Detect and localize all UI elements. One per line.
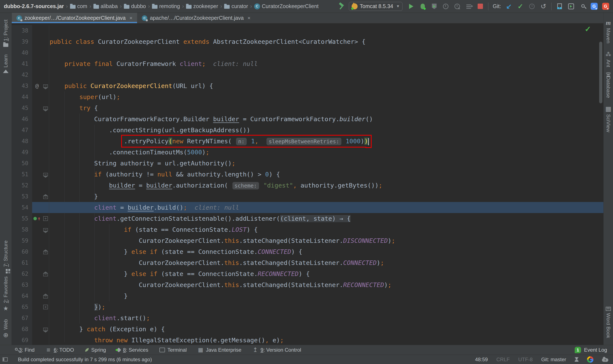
code-text[interactable]: if (state == ConnectionState.LOST) { — [49, 224, 258, 235]
line-number[interactable]: 55 — [12, 213, 32, 224]
line-number[interactable]: 69 — [12, 335, 32, 345]
fold-marker-icon[interactable] — [43, 251, 48, 254]
toolwindow-toggle-icon[interactable] — [2, 357, 8, 362]
line-number[interactable]: 52 — [12, 180, 32, 191]
tool-stripe-item-maven[interactable]: Maven — [605, 16, 612, 47]
line-number[interactable]: 51 — [12, 169, 32, 180]
code-text[interactable]: private final CuratorFramework client; c… — [49, 58, 258, 69]
toolwindow-button-todo[interactable]: 6: TODO — [46, 347, 74, 353]
tool-stripe-item-project[interactable]: 1: Project — [3, 16, 9, 51]
code-text[interactable]: } catch (Exception e) { — [49, 324, 165, 335]
line-number[interactable]: 39 — [12, 36, 32, 47]
translate-alt-button[interactable]: G — [602, 3, 609, 10]
git-rollback-button[interactable]: ↺ — [540, 3, 547, 10]
line-number[interactable]: 45 — [12, 103, 32, 114]
run-coverage-button[interactable] — [431, 3, 438, 10]
run-configuration-select[interactable]: Tomcat 8.5.34 ▼ — [349, 2, 403, 11]
file-structure-button[interactable] — [556, 3, 563, 10]
search-everywhere-button[interactable] — [579, 3, 586, 10]
tool-stripe-item-learn[interactable]: Learn — [3, 51, 9, 77]
code-text[interactable]: CuratorZookeeperClient.this.stateChanged… — [49, 257, 384, 268]
code-text[interactable]: .connectionTimeoutMs(5000); — [49, 147, 209, 158]
caret-position[interactable]: 48:59 — [475, 357, 488, 363]
fold-marker-icon[interactable] — [43, 228, 48, 231]
code-text[interactable]: client.getConnectionStateListenable().ad… — [49, 213, 351, 224]
toolwindow-button-services[interactable]: 8: Services — [117, 347, 148, 353]
line-number[interactable]: 40 — [12, 47, 32, 58]
git-update-button[interactable]: ↙ — [505, 3, 513, 10]
toolwindow-button-terminal[interactable]: Terminal — [159, 347, 187, 353]
code-text[interactable]: public CuratorZookeeperClient(URL url) { — [49, 80, 213, 91]
code-text[interactable]: } else if (state == ConnectionState.RECO… — [49, 268, 310, 279]
fold-marker-icon[interactable] — [43, 328, 48, 331]
line-number[interactable]: 47 — [12, 125, 32, 136]
google-icon[interactable] — [587, 356, 593, 363]
line-number[interactable]: 41 — [12, 58, 32, 69]
line-number[interactable]: 44 — [12, 91, 32, 103]
line-number[interactable]: 68 — [12, 324, 32, 335]
code-text[interactable]: .retryPolicy(new RetryNTimes( n: 1, slee… — [49, 136, 369, 147]
fold-marker-icon[interactable] — [43, 106, 48, 110]
editor-tab[interactable]: Capache/…/CuratorZookeeperClient.java× — [137, 13, 255, 23]
breadcrumb-item[interactable]: dubbo — [124, 3, 146, 9]
line-number[interactable]: 50 — [12, 158, 32, 169]
toolwindow-button-java-enterprise[interactable]: Java Enterprise — [198, 347, 241, 353]
breadcrumb-item[interactable]: CCuratorZookeeperClient — [254, 3, 319, 9]
fold-marker-icon[interactable] — [43, 273, 48, 276]
breadcrumb-item[interactable]: com — [70, 3, 87, 9]
inspection-ok-icon[interactable]: ✓ — [585, 25, 591, 34]
code-text[interactable]: CuratorFrameworkFactory.Builder builder … — [49, 114, 373, 125]
run-button[interactable] — [408, 3, 415, 10]
code-text[interactable]: String authority = url.getAuthority(); — [49, 158, 235, 169]
navigate-up-icon[interactable]: ↑ — [38, 213, 41, 224]
toolwindow-button-spring[interactable]: Spring — [85, 347, 106, 353]
line-number[interactable]: 46 — [12, 114, 32, 125]
breadcrumb-item[interactable]: remoting — [152, 3, 180, 9]
code-text[interactable]: client.start(); — [49, 312, 150, 324]
fold-marker-icon[interactable] — [43, 84, 48, 88]
editor-tab[interactable]: Czookeeper/…/CuratorZookeeperClient.java… — [12, 13, 137, 23]
code-text[interactable]: if (authority != null && authority.lengt… — [49, 169, 280, 180]
profiler-alt-button[interactable] — [454, 3, 461, 10]
git-commit-button[interactable]: ✓ — [517, 3, 524, 10]
code-text[interactable]: super(url); — [49, 91, 120, 103]
reader-mode-icon[interactable] — [575, 360, 579, 362]
close-icon[interactable]: × — [129, 15, 132, 21]
line-number[interactable]: 62 — [12, 268, 32, 279]
debug-button[interactable] — [419, 3, 426, 10]
line-number[interactable]: 61 — [12, 257, 32, 268]
event-log-button[interactable]: 1Event Log — [575, 347, 607, 353]
file-encoding[interactable]: UTF-8 — [518, 357, 533, 363]
code-text[interactable]: public class CuratorZookeeperClient exte… — [49, 36, 366, 47]
tool-stripe-item-database[interactable]: Database — [605, 71, 611, 102]
toolwindow-button-version-control[interactable]: 9: Version Control — [252, 347, 301, 353]
code-text[interactable] — [49, 47, 50, 58]
line-separator[interactable]: CRLF — [496, 357, 510, 363]
code-text[interactable]: } — [49, 191, 98, 202]
code-text[interactable]: client = builder.build(); client: null — [49, 202, 239, 213]
line-number[interactable]: 38 — [12, 25, 32, 36]
line-number[interactable]: 48 — [12, 136, 32, 147]
code-editor[interactable]: 3839public class CuratorZookeeperClient … — [12, 23, 603, 345]
git-branch[interactable]: Git: master — [541, 357, 566, 363]
fold-expand-icon[interactable] — [43, 216, 48, 221]
fold-marker-icon[interactable] — [43, 196, 48, 199]
run-anything-button[interactable] — [567, 3, 575, 10]
help-cloud-icon[interactable] — [602, 358, 608, 362]
stop-button[interactable] — [477, 3, 484, 10]
breadcrumb-item[interactable]: alibaba — [94, 3, 118, 9]
translate-button[interactable]: G — [590, 3, 598, 10]
line-number[interactable]: 59 — [12, 235, 32, 246]
run-with-options-button[interactable] — [465, 3, 472, 10]
tool-stripe-item-ant[interactable]: Ant — [605, 47, 612, 71]
fold-expand-icon[interactable] — [43, 305, 48, 309]
close-icon[interactable]: × — [247, 15, 250, 21]
breadcrumb-item[interactable]: zookeeper — [186, 3, 218, 9]
breadcrumb-item[interactable]: curator — [224, 3, 248, 9]
line-number[interactable]: 53 — [12, 191, 32, 202]
code-text[interactable]: builder = builder.authorization( scheme:… — [49, 180, 382, 191]
code-text[interactable] — [49, 25, 50, 36]
code-text[interactable]: try { — [49, 103, 98, 114]
line-number[interactable]: 63 — [12, 279, 32, 290]
git-history-button[interactable] — [528, 3, 535, 10]
